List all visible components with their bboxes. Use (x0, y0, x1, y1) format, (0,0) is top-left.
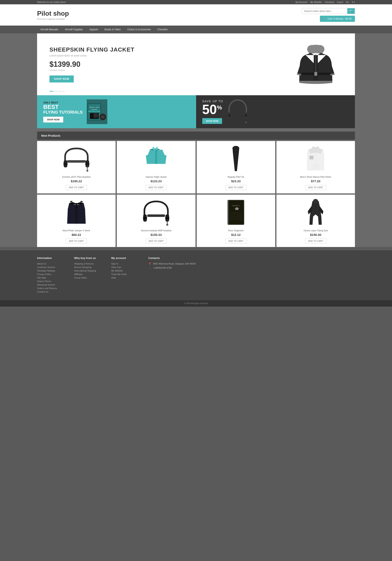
svg-rect-31 (309, 156, 313, 159)
promo-tutorials-text: ONLY BEST BEST FLYING TUTORIALS SHOP NOW (43, 101, 83, 122)
product-name-2: Injector Flight Jacket (146, 176, 166, 178)
footer-sign-in[interactable]: Sign In (111, 262, 136, 265)
hero-shop-now-button[interactable]: SHOP NOW (50, 76, 74, 83)
dot-active (50, 91, 53, 92)
footer-view-cart[interactable]: View Cart (111, 266, 136, 269)
cart-count: ▾ 1 (352, 1, 355, 3)
search-box[interactable]: 🔍 (302, 8, 355, 14)
hero-price: $1399.90 (50, 60, 134, 69)
promo-tutorials-shop-btn[interactable]: SHOP NOW (43, 117, 63, 122)
product-card-1: Echelon 25XT Pilot Headset $185.22 ADD T… (37, 141, 115, 193)
phone-icon: 📞 (148, 267, 151, 270)
svg-text:ADVANCED: ADVANCED (92, 109, 97, 110)
product-image-8 (301, 198, 330, 227)
add-to-cart-6[interactable]: ADD TO CART (146, 238, 167, 244)
nav-aircraft-manuals[interactable]: Aircraft Manuals (37, 26, 62, 33)
nav-checklist[interactable]: Checklist (154, 26, 171, 33)
footer-contacts-heading: Contacts (148, 257, 196, 259)
footer-help[interactable]: Help (111, 277, 136, 279)
add-to-cart-7[interactable]: ADD TO CART (225, 238, 247, 244)
product-name-3: Regular Pilot Tie (228, 176, 244, 178)
welcome-text: Welcome to our online store! (37, 1, 66, 3)
logo-title: Pilot shop (37, 10, 69, 17)
footer-international-shipping[interactable]: International Shipping (74, 270, 99, 272)
login-link[interactable]: Log In (337, 1, 343, 3)
add-to-cart-2[interactable]: ADD TO CART (146, 185, 167, 190)
search-button[interactable]: 🔍 (347, 8, 355, 14)
add-to-cart-3[interactable]: ADD TO CART (225, 185, 247, 190)
promo-fly: FLYING TUTORIALS (43, 110, 83, 115)
logo-subtitle: Premium magento template (37, 18, 69, 20)
nav-apparel[interactable]: Apparel (86, 26, 101, 33)
new-products-header: New Products (37, 131, 355, 140)
svg-point-41 (166, 224, 168, 226)
save-percent: 50% (202, 103, 223, 116)
svg-rect-27 (67, 160, 86, 163)
add-to-cart-1[interactable]: ADD TO CART (66, 185, 87, 190)
svg-point-17 (228, 114, 231, 117)
promo-tutorials: ONLY BEST BEST FLYING TUTORIALS SHOP NOW… (37, 95, 196, 128)
add-to-cart-8[interactable]: ADD TO CART (305, 238, 326, 244)
nav-books-video[interactable]: Books & Video (101, 26, 124, 33)
hero-image (289, 42, 342, 87)
search-input[interactable] (302, 8, 347, 14)
add-to-cart-4[interactable]: ADD TO CART (305, 185, 326, 190)
footer-template-settings[interactable]: Template Settings (37, 270, 62, 272)
svg-point-53 (313, 199, 318, 203)
product-price-3: $23.33 (231, 179, 241, 183)
hero-banner: SHEEPSKIN FLYING JACKET Lorem ipsum dolo… (37, 33, 355, 95)
product-price-4: $77.20 (311, 179, 320, 183)
footer-secure-shopping[interactable]: Secure Shopping (74, 266, 99, 269)
product-card-8: Ozone Layer Flying Suit $150.30 ADD TO C… (277, 195, 355, 247)
checkout-link[interactable]: Checkout (324, 1, 334, 3)
svg-point-14 (102, 116, 104, 118)
footer-about-us[interactable]: About Us (37, 262, 62, 265)
product-image-4 (301, 144, 330, 173)
footer-group-sales[interactable]: Group Sales (74, 277, 99, 279)
product-image-3 (221, 144, 250, 173)
add-to-cart-5[interactable]: ADD TO CART (66, 238, 87, 244)
my-account-link[interactable]: My Account (296, 1, 307, 3)
footer-search-terms[interactable]: Search Terms (37, 280, 62, 282)
product-card-5: Wool Pilots Jumper V Neck $60.22 ADD TO … (37, 195, 115, 247)
product-price-7: $12.12 (231, 233, 241, 237)
footer-track-order[interactable]: Track My Order (111, 273, 136, 275)
footer-orders-returns[interactable]: Orders and Returns (37, 287, 62, 290)
product-price-1: $185.22 (71, 179, 82, 183)
promo-headset-image (227, 98, 248, 126)
promo-save-shop-btn[interactable]: SHOP NOW (202, 118, 222, 124)
dot-2 (58, 91, 61, 92)
product-name-1: Echelon 25XT Pilot Headset (62, 176, 90, 178)
footer-contacts: Contacts 📍 8901 Marmora Road, Glasgow, D… (148, 257, 196, 294)
jacket-svg (296, 43, 335, 86)
lang-selector[interactable]: En (346, 1, 349, 3)
product-name-8: Ozone Layer Flying Suit (304, 229, 328, 232)
footer-site-map[interactable]: Site Map (37, 277, 62, 279)
products-grid: Echelon 25XT Pilot Headset $185.22 ADD T… (37, 141, 355, 247)
product-price-2: $123.23 (151, 179, 162, 183)
footer-why-buy-heading: Why buy from us (74, 257, 99, 259)
footer-contact-us[interactable]: Contact Us (37, 291, 62, 293)
my-wishlist-link[interactable]: My Wishlist (310, 1, 322, 3)
svg-rect-45 (228, 200, 229, 225)
footer-customer-service[interactable]: Customer Service (37, 266, 62, 269)
nav-aircraft-supplies[interactable]: Aircraft Supplies (62, 26, 86, 33)
svg-point-38 (143, 216, 147, 220)
promo-row: ONLY BEST BEST FLYING TUTORIALS SHOP NOW… (37, 95, 355, 128)
svg-point-11 (95, 115, 96, 116)
footer-advanced-search[interactable]: Advanced Search (37, 283, 62, 286)
footer-information: Information About Us Customer Service Te… (37, 257, 62, 294)
cart-button[interactable]: 🛒 Cart: 0 item(s) - $0.00 (320, 16, 355, 22)
footer-affiliates[interactable]: Affiliates (74, 273, 99, 275)
footer-information-heading: Information (37, 257, 62, 259)
svg-point-26 (86, 170, 88, 172)
footer-shipping-returns[interactable]: Shipping & Returns (74, 262, 99, 265)
main-nav: Aircraft Manuals Aircraft Supplies Appar… (0, 26, 392, 33)
nav-charts[interactable]: Charts & Accessories (124, 26, 154, 33)
footer-wishlist[interactable]: My Wishlist (111, 270, 136, 272)
product-name-5: Wool Pilots Jumper V Neck (63, 229, 90, 232)
promo-save: SAVE UP TO 50% SHOP NOW (196, 95, 355, 128)
svg-point-23 (63, 162, 68, 166)
product-image-2 (142, 144, 171, 173)
footer-privacy-policy[interactable]: Privacy Policy (37, 273, 62, 275)
